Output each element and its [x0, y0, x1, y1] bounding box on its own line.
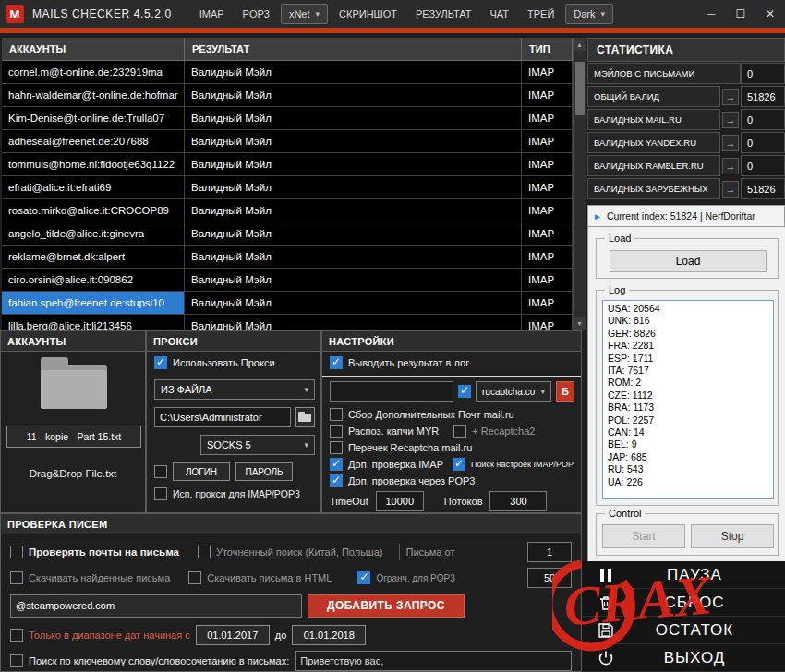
- pop3-limit-input[interactable]: [527, 568, 572, 588]
- maximize-button[interactable]: ☐: [726, 0, 755, 28]
- proxy-path-input[interactable]: [154, 407, 291, 427]
- result-cell[interactable]: Валидный Мэйл: [185, 61, 522, 84]
- log-output-checkbox[interactable]: [330, 356, 343, 369]
- export-arrow-icon[interactable]: →: [722, 112, 739, 128]
- table-scrollbar[interactable]: ▲ ▼: [573, 38, 586, 330]
- recheck-checkbox[interactable]: [330, 441, 343, 454]
- table-row[interactable]: hahn-waldemar@t-online.de:hofmarВалидный…: [2, 84, 573, 107]
- type-cell[interactable]: IMAP: [522, 176, 573, 199]
- timeout-input[interactable]: [376, 491, 424, 511]
- pop3-limit-checkbox[interactable]: [357, 571, 370, 584]
- download-html-checkbox[interactable]: [188, 571, 201, 584]
- recognize-captcha-checkbox[interactable]: [330, 425, 343, 438]
- date-to-button[interactable]: 01.01.2018: [292, 625, 366, 645]
- account-cell[interactable]: reklame@brnet.dk:alpert: [2, 246, 185, 269]
- proxy-source-select[interactable]: ИЗ ФАЙЛА ▾: [154, 379, 315, 400]
- menu-screenshot[interactable]: СКРИНШОТ: [332, 5, 405, 23]
- column-header-accounts[interactable]: АККАУНТЫ: [2, 38, 185, 61]
- account-cell[interactable]: cornel.m@t-online.de:232919ma: [2, 61, 185, 84]
- account-cell[interactable]: rosato.mirko@alice.it:CROCOP89: [2, 199, 185, 222]
- type-cell[interactable]: IMAP: [522, 315, 573, 330]
- table-row[interactable]: efrati@alice.it:efrati69Валидный МэйлIMA…: [2, 176, 573, 199]
- table-row-selected[interactable]: fabian.speh@freenet.de:stupsi10Валидный …: [2, 292, 573, 315]
- export-arrow-icon[interactable]: →: [722, 158, 739, 174]
- log-output[interactable]: USA: 20564 UNK: 816 GER: 8826 FRA: 2281 …: [602, 300, 774, 499]
- account-cell[interactable]: hahn-waldemar@t-online.de:hofmar: [2, 84, 185, 107]
- check-letters-checkbox[interactable]: [10, 546, 23, 558]
- result-cell[interactable]: Валидный Мэйл: [185, 246, 522, 269]
- scroll-up-icon[interactable]: ▲: [574, 38, 586, 51]
- menu-xnet-dropdown[interactable]: xNet ▾: [281, 4, 328, 24]
- table-row[interactable]: angelo_tilde@alice.it:ginevraВалидный Мэ…: [2, 222, 573, 246]
- menu-result[interactable]: РЕЗУЛЬТАТ: [408, 5, 478, 23]
- result-cell[interactable]: Валидный Мэйл: [185, 130, 522, 153]
- proxy-imap-pop3-checkbox[interactable]: [154, 487, 167, 500]
- result-cell[interactable]: Валидный Мэйл: [185, 315, 522, 330]
- type-cell[interactable]: IMAP: [522, 222, 573, 246]
- theme-dropdown[interactable]: Dark ▾: [565, 4, 613, 24]
- result-cell[interactable]: Валидный Мэйл: [185, 292, 522, 315]
- account-cell[interactable]: tommuis@home.nl:fidootje63q1122: [2, 153, 185, 176]
- result-cell[interactable]: Валидный Мэйл: [185, 153, 522, 176]
- result-cell[interactable]: Валидный Мэйл: [185, 199, 522, 222]
- table-row[interactable]: ciro.orsini@alice.it:090862Валидный Мэйл…: [2, 269, 573, 292]
- table-row[interactable]: cornel.m@t-online.de:232919maВалидный Мэ…: [2, 61, 573, 84]
- account-cell-selected[interactable]: fabian.speh@freenet.de:stupsi10: [2, 292, 185, 315]
- folder-icon[interactable]: [41, 365, 107, 409]
- type-cell[interactable]: IMAP: [522, 61, 573, 84]
- proxy-type-select[interactable]: SOCKS 5 ▾: [200, 435, 315, 455]
- type-cell[interactable]: IMAP: [522, 84, 573, 107]
- type-cell[interactable]: IMAP: [522, 269, 573, 292]
- query-input[interactable]: [10, 594, 302, 618]
- load-button[interactable]: Load: [610, 250, 767, 272]
- export-arrow-icon[interactable]: →: [722, 181, 739, 198]
- export-arrow-icon[interactable]: →: [722, 89, 739, 105]
- date-range-checkbox[interactable]: [10, 629, 23, 642]
- close-button[interactable]: ✕: [755, 0, 785, 28]
- column-header-result[interactable]: РЕЗУЛЬТАТ: [185, 38, 522, 61]
- export-arrow-icon[interactable]: →: [722, 135, 739, 151]
- result-cell[interactable]: Валидный Мэйл: [185, 107, 522, 130]
- remainder-button[interactable]: ОСТАТОК: [582, 617, 785, 644]
- account-cell[interactable]: adheseal@freenet.de:207688: [2, 130, 185, 153]
- refined-search-checkbox[interactable]: [198, 546, 211, 558]
- keyword-input[interactable]: [295, 651, 572, 671]
- result-cell[interactable]: Валидный Мэйл: [185, 269, 522, 292]
- column-header-type[interactable]: ТИП: [522, 38, 573, 61]
- browse-folder-icon[interactable]: [295, 407, 315, 427]
- proxy-auth-checkbox[interactable]: [154, 465, 167, 478]
- result-cell[interactable]: Валидный Мэйл: [185, 84, 522, 107]
- collect-extra-checkbox[interactable]: [330, 408, 343, 421]
- reset-button[interactable]: СБРОС: [582, 589, 785, 617]
- extra-pop3-checkbox[interactable]: [330, 474, 343, 487]
- imap-pop-search-checkbox[interactable]: [453, 458, 465, 471]
- account-cell[interactable]: angelo_tilde@alice.it:ginevra: [2, 222, 185, 246]
- captcha-key-input[interactable]: [330, 381, 453, 402]
- letters-from-input[interactable]: [527, 542, 572, 562]
- result-cell[interactable]: Валидный Мэйл: [185, 222, 522, 246]
- scroll-down-icon[interactable]: ▼: [574, 317, 586, 330]
- account-cell[interactable]: ciro.orsini@alice.it:090862: [2, 269, 185, 292]
- recaptcha2-checkbox[interactable]: [453, 425, 466, 438]
- table-row-partial[interactable]: lilla.berg@alice.it:li213456Валидный Мэй…: [2, 315, 573, 330]
- start-button[interactable]: Start: [602, 524, 685, 548]
- result-cell[interactable]: Валидный Мэйл: [185, 176, 522, 199]
- download-found-checkbox[interactable]: [10, 571, 23, 584]
- threads-input[interactable]: [489, 491, 547, 511]
- keyword-checkbox[interactable]: [10, 654, 23, 667]
- loaded-file-button[interactable]: 11 - kopie - Part 15.txt: [6, 426, 141, 448]
- table-row[interactable]: rosato.mirko@alice.it:CROCOP89Валидный М…: [2, 199, 573, 222]
- table-row[interactable]: reklame@brnet.dk:alpertВалидный МэйлIMAP: [2, 246, 573, 269]
- table-row[interactable]: tommuis@home.nl:fidootje63q1122Валидный …: [2, 153, 573, 176]
- extra-imap-checkbox[interactable]: [330, 458, 343, 471]
- type-cell[interactable]: IMAP: [522, 199, 573, 222]
- current-index-tab[interactable]: ► Current index: 51824 | NerfDoriftar: [587, 205, 785, 227]
- login-button[interactable]: ЛОГИН: [173, 462, 230, 481]
- menu-imap[interactable]: IMAP: [192, 5, 232, 23]
- exit-button[interactable]: ВЫХОД: [582, 644, 785, 672]
- type-cell[interactable]: IMAP: [522, 107, 573, 130]
- password-button[interactable]: ПАРОЛЬ: [236, 462, 293, 481]
- type-cell[interactable]: IMAP: [522, 153, 573, 176]
- scrollbar-thumb[interactable]: [575, 62, 585, 115]
- account-cell[interactable]: efrati@alice.it:efrati69: [2, 176, 185, 199]
